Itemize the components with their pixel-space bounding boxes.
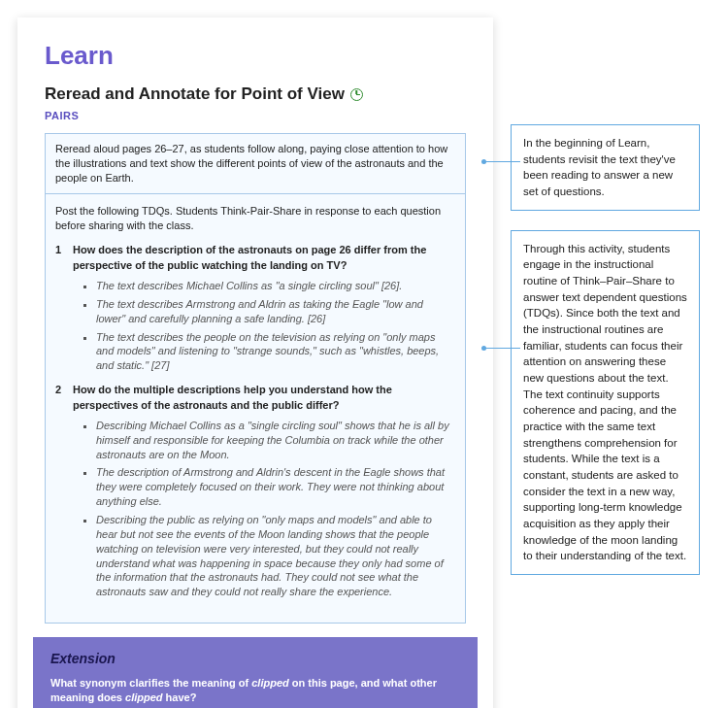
tdq-intro: Post the following TDQs. Students Think-… xyxy=(55,204,455,234)
mode-label: PAIRS xyxy=(45,110,466,121)
question-1-prompt: How does the description of the astronau… xyxy=(73,243,455,273)
lesson-title: Reread and Annotate for Point of View xyxy=(45,84,466,104)
callout-1: In the beginning of Learn, students revi… xyxy=(511,124,700,211)
answer: The text describes the people on the tel… xyxy=(96,330,455,374)
connector-dot xyxy=(481,159,486,164)
lesson-title-text: Reread and Annotate for Point of View xyxy=(45,84,345,104)
answer: Describing Michael Collins as a "single … xyxy=(96,419,455,462)
question-1: How does the description of the astronau… xyxy=(55,243,455,373)
section-heading: Learn xyxy=(45,41,466,71)
answer: Describing the public as relying on "onl… xyxy=(96,513,455,599)
answer: The description of Armstrong and Aldrin'… xyxy=(96,465,455,509)
read-aloud-instruction: Reread aloud pages 26–27, as students fo… xyxy=(45,133,466,194)
question-1-answers: The text describes Michael Collins as "a… xyxy=(73,279,455,373)
connector-line xyxy=(483,348,520,349)
tdq-section: Post the following TDQs. Students Think-… xyxy=(45,194,466,624)
connector-dot xyxy=(481,346,486,351)
callout-2: Through this activity, students engage i… xyxy=(511,230,700,575)
extension-box: Extension What synonym clarifies the mea… xyxy=(33,637,478,708)
question-list: How does the description of the astronau… xyxy=(55,243,455,599)
question-2-answers: Describing Michael Collins as a "single … xyxy=(73,419,455,599)
answer: The text describes Armstrong and Aldrin … xyxy=(96,297,455,326)
question-2-prompt: How do the multiple descriptions help yo… xyxy=(73,383,455,413)
connector-line xyxy=(483,161,520,162)
extension-title: Extension xyxy=(50,651,460,666)
clock-icon xyxy=(350,88,363,101)
extension-question: What synonym clarifies the meaning of cl… xyxy=(50,676,460,705)
answer: The text describes Michael Collins as "a… xyxy=(96,279,455,293)
lesson-page: Learn Reread and Annotate for Point of V… xyxy=(17,17,493,708)
callouts-column: In the beginning of Learn, students revi… xyxy=(511,17,700,575)
question-2: How do the multiple descriptions help yo… xyxy=(55,383,455,599)
